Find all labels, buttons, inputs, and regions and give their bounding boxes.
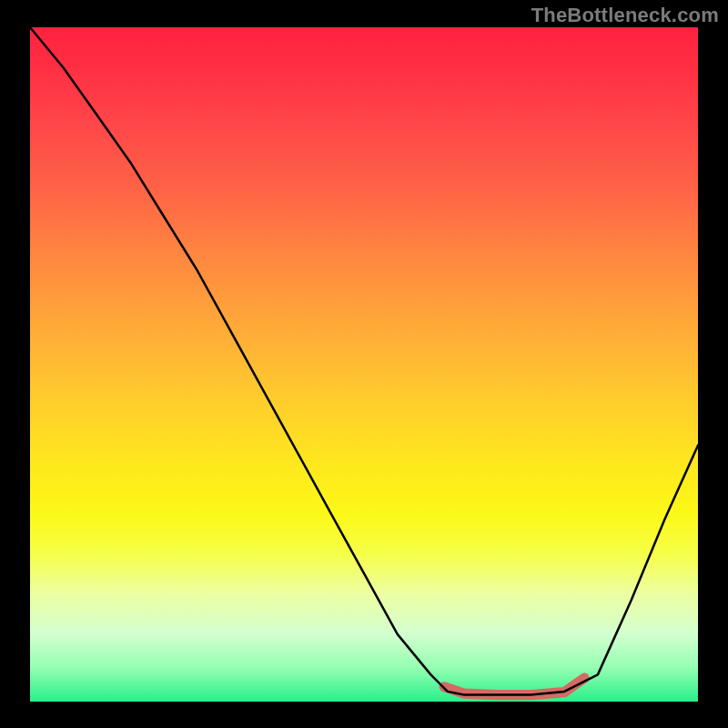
curve-layer — [30, 27, 698, 702]
plot-area — [30, 27, 698, 702]
chart-frame: TheBottleneck.com — [0, 0, 728, 728]
main-curve — [30, 27, 698, 695]
watermark-text: TheBottleneck.com — [531, 4, 719, 27]
